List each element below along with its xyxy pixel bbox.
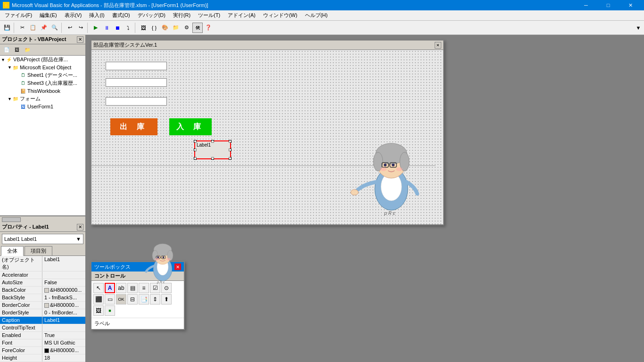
menu-insert[interactable]: 挿入(I): [85, 10, 108, 20]
menu-debug[interactable]: デバッグ(D): [134, 10, 169, 20]
prop-row-ControlTipText[interactable]: ControlTipText: [0, 324, 85, 332]
menu-edit[interactable]: 編集(E): [36, 10, 61, 20]
prop-row-AutoSize[interactable]: AutoSizeFalse: [0, 279, 85, 287]
prop-name: ControlTipText: [0, 324, 42, 331]
proj-toggle-folders[interactable]: 📁: [23, 46, 32, 54]
tree-sheet3[interactable]: ▷ 🗒 Sheet3 (入出庫履歴...: [0, 79, 85, 87]
menu-help[interactable]: ヘルプ(H): [301, 10, 331, 20]
tb-code[interactable]: { }: [149, 23, 159, 33]
tb-designer[interactable]: 🎨: [160, 23, 170, 33]
properties-close[interactable]: ✕: [77, 224, 83, 230]
tb-refEdit-tool[interactable]: ■: [105, 305, 115, 316]
tb-debug[interactable]: 🛠: [192, 23, 203, 33]
menu-run[interactable]: 実行(R): [169, 10, 194, 20]
tb-scrollbar-tool[interactable]: ⇕: [150, 294, 160, 304]
tb-combobox-tool[interactable]: ▤: [127, 283, 138, 293]
prop-row-BackColor[interactable]: BackColor&H8000000...: [0, 287, 85, 294]
form-button-shutsuko[interactable]: 出 庫: [110, 118, 157, 135]
menu-addins[interactable]: アドイン(A): [224, 10, 259, 20]
tree-root-label: VBAProject (部品在庫...: [13, 56, 68, 63]
menu-window[interactable]: ウィンドウ(W): [259, 10, 301, 20]
tb-properties[interactable]: ⚙: [182, 23, 192, 33]
maximize-button[interactable]: □: [597, 0, 619, 10]
prop-row-Height[interactable]: Height18: [0, 354, 85, 362]
svg-point-9: [384, 164, 387, 166]
tb-image-tool[interactable]: 🖼: [93, 305, 104, 316]
tb-stop[interactable]: ⏹: [112, 23, 123, 33]
label1-selected[interactable]: Label1: [194, 140, 231, 159]
tb-undo[interactable]: ↩: [65, 23, 75, 33]
tb-pointer-tool[interactable]: ↖: [93, 283, 104, 293]
tb-find[interactable]: 🔍: [50, 23, 60, 33]
tree-thisworkbook[interactable]: ▷ 📔 ThisWorkbook: [0, 87, 85, 95]
prop-row-BorderStyle[interactable]: BorderStyle0 - fmBorder...: [0, 309, 85, 317]
svg-point-13: [351, 189, 358, 195]
menu-format[interactable]: 書式(O): [108, 10, 134, 20]
menu-file[interactable]: ファイル(F): [1, 10, 36, 20]
properties-titlebar: プロパティ - Label1 ✕: [0, 222, 85, 232]
form-textbox-2[interactable]: [106, 78, 167, 87]
tb-explorer[interactable]: 📁: [171, 23, 181, 33]
prop-row-Accelerator[interactable]: Accelerator: [0, 272, 85, 279]
prop-row-Font[interactable]: FontMS UI Gothic: [0, 339, 85, 347]
tb-sep-2: [61, 23, 63, 33]
tb-save[interactable]: 💾: [2, 23, 12, 33]
tb-textbox-tool[interactable]: ab: [116, 283, 126, 293]
proj-view-code[interactable]: 📄: [2, 46, 11, 54]
menu-tools[interactable]: ツール(T): [194, 10, 224, 20]
form-designer-titlebar: 部品在庫管理システムVer.1 ✕: [91, 41, 443, 50]
tab-all[interactable]: 全体: [1, 246, 24, 256]
prop-row-BorderColor[interactable]: BorderColor&H800000...: [0, 302, 85, 309]
tb-cmdbutton-tool[interactable]: OK: [116, 294, 126, 304]
prop-row-Caption[interactable]: CaptionLabel1: [0, 317, 85, 324]
tb-run[interactable]: ▶: [91, 23, 101, 33]
prop-name: ForeColor: [0, 347, 42, 354]
title-bar-text: Microsoft Visual Basic for Applications …: [12, 2, 575, 9]
left-panel: プロジェクト - VBAProject ✕ 📄 🖼 📁 ▼ ⚡ VBAProje…: [0, 35, 86, 362]
prop-row----------[interactable]: (オブジェクト名)Label1: [0, 256, 85, 272]
properties-table[interactable]: (オブジェクト名)Label1AcceleratorAutoSizeFalseB…: [0, 256, 85, 362]
tb-tabstrip-tool[interactable]: ⊟: [127, 294, 138, 304]
svg-point-26: [155, 258, 159, 261]
proj-view-form[interactable]: 🖼: [12, 46, 22, 54]
menu-view[interactable]: 表示(V): [61, 10, 86, 20]
tree-root[interactable]: ▼ ⚡ VBAProject (部品在庫...: [0, 56, 85, 64]
minimize-button[interactable]: ─: [575, 0, 597, 10]
prop-name: BorderStyle: [0, 309, 42, 316]
tb-userform[interactable]: 🖼: [138, 23, 149, 33]
form-textbox-3[interactable]: [106, 97, 167, 106]
tb-dropdown[interactable]: ▼: [635, 23, 642, 33]
tree-sheet1[interactable]: ▷ 🗒 Sheet1 (データベー...: [0, 71, 85, 79]
tb-copy[interactable]: 📋: [28, 23, 38, 33]
tb-redo[interactable]: ↪: [75, 23, 86, 33]
prop-row-ForeColor[interactable]: ForeColor&H800000...: [0, 347, 85, 354]
tree-userform1[interactable]: ▷ 🖼 UserForm1: [0, 103, 85, 110]
tree-excel-objects[interactable]: ▼ 📁 Microsoft Excel Object: [0, 64, 85, 71]
form-close-icon[interactable]: ✕: [435, 42, 441, 49]
close-button[interactable]: ✕: [619, 0, 641, 10]
project-explorer-close[interactable]: ✕: [77, 36, 83, 43]
tab-category[interactable]: 項目別: [25, 246, 52, 255]
prop-row-Enabled[interactable]: EnabledTrue: [0, 332, 85, 339]
tb-multipage-tool[interactable]: 📑: [139, 294, 149, 304]
tb-help[interactable]: ❓: [203, 23, 214, 33]
tree-forms-folder[interactable]: ▼ 📁 フォーム: [0, 95, 85, 103]
tb-label-tool[interactable]: A: [105, 283, 115, 293]
tb-step[interactable]: ⤵: [123, 23, 133, 33]
form-button-nyuko[interactable]: 入 庫: [169, 118, 212, 135]
tb-frame-tool[interactable]: ▭: [105, 294, 115, 304]
prop-name: Height: [0, 354, 42, 362]
tree-uf1-icon: 🖼: [20, 103, 26, 110]
properties-object-combo[interactable]: Label1 Label1 ▼: [2, 234, 83, 244]
tb-paste[interactable]: 📌: [39, 23, 49, 33]
tb-togglebutton-tool[interactable]: ⬛: [93, 294, 104, 304]
toolbox-title: ツールボックス: [94, 263, 131, 271]
form-textbox-1[interactable]: [106, 62, 167, 70]
tb-spinbutton-tool[interactable]: ⬆: [161, 294, 172, 304]
tree-forms-label: フォーム: [20, 95, 41, 102]
tb-cut[interactable]: ✂: [17, 23, 27, 33]
project-hscrollbar[interactable]: [0, 216, 85, 222]
prop-row-BackStyle[interactable]: BackStyle1 - fmBackS...: [0, 294, 85, 302]
tb-break[interactable]: ⏸: [101, 23, 112, 33]
form-canvas[interactable]: 出 庫 入 庫: [91, 50, 443, 224]
